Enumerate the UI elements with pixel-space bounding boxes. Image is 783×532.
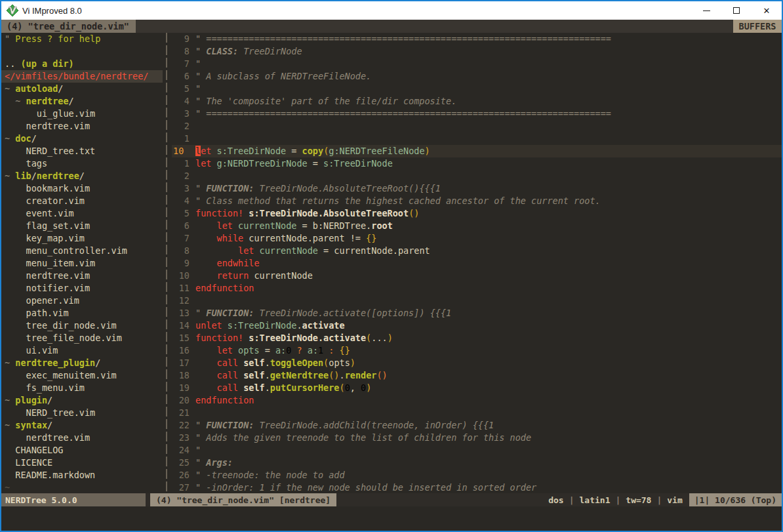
code-line[interactable]: 19 call self.putCursorHere(0, 0)	[172, 382, 782, 394]
tree-row[interactable]: ~ lib/nerdtree/	[1, 170, 163, 182]
code-line[interactable]: 3" =====================================…	[172, 108, 782, 120]
minimize-button[interactable]	[691, 1, 721, 20]
code-line[interactable]: 12	[172, 295, 782, 307]
code-line[interactable]: 16 let opts = a:0 ? a:1 : {}	[172, 344, 782, 357]
tree-row[interactable]: ui_glue.vim	[1, 108, 163, 120]
nerdtree-panel[interactable]: " Press ? for help.. (up a dir)</vimfile…	[1, 33, 163, 493]
token: /	[47, 395, 52, 405]
token: " Adds the given treenode to the list of…	[195, 432, 531, 443]
code-line[interactable]: 7"	[172, 58, 782, 70]
tree-row[interactable]: tree_file_node.vim	[1, 332, 163, 344]
tree-row[interactable]: README.markdown	[1, 469, 163, 481]
token: s:TreeDirNode	[217, 146, 287, 156]
code-line[interactable]: 10let s:TreeDirNode = copy(g:NERDTreeFil…	[172, 145, 782, 157]
tree-row[interactable]: menu_controller.vim	[1, 245, 163, 257]
tree-row[interactable]: nerdtree.vim	[1, 432, 163, 444]
editor-panel[interactable]: 9" =====================================…	[172, 33, 782, 493]
code-line[interactable]: 6" A subclass of NERDTreeFileNode.	[172, 70, 782, 83]
tree-row[interactable]: key_map.vim	[1, 232, 163, 245]
code-line[interactable]: 6 let currentNode = b:NERDTree.root	[172, 220, 782, 232]
tree-row[interactable]: flag_set.vim	[1, 220, 163, 232]
tab-current[interactable]: (4) "tree_dir_node.vim"	[1, 20, 136, 33]
tree-row[interactable]: exec_menuitem.vim	[1, 369, 163, 382]
code-line[interactable]: 23" Adds the given treenode to the list …	[172, 432, 782, 444]
code-line[interactable]: 1let g:NERDTreeDirNode = s:TreeDirNode	[172, 157, 782, 170]
tree-row[interactable]: CHANGELOG	[1, 444, 163, 457]
code-line[interactable]: 24"	[172, 444, 782, 457]
code-line[interactable]: 15function! s:TreeDirNode.activate(...)	[172, 332, 782, 344]
command-line[interactable]	[1, 506, 782, 531]
token	[233, 345, 238, 356]
code-line[interactable]: 27" -inOrder: 1 if the new node should b…	[172, 481, 782, 493]
tree-row[interactable]: opener.vim	[1, 295, 163, 307]
code-line[interactable]: 17 call self.toggleOpen(opts)	[172, 357, 782, 369]
token: = currentNode.parent	[318, 245, 430, 256]
tree-row[interactable]: bookmark.vim	[1, 182, 163, 195]
code-line[interactable]: 2	[172, 170, 782, 182]
tree-row[interactable]: path.vim	[1, 307, 163, 319]
code-line[interactable]: 7 while currentNode.parent != {}	[172, 232, 782, 245]
tree-row[interactable]: tree_dir_node.vim	[1, 319, 163, 332]
tree-row[interactable]: .. (up a dir)	[1, 58, 163, 70]
tree-row[interactable]: tags	[1, 157, 163, 170]
tree-row[interactable]: fs_menu.vim	[1, 382, 163, 394]
line-number: 27	[172, 481, 190, 493]
tree-row[interactable]: event.vim	[1, 207, 163, 220]
tree-row[interactable]	[1, 45, 163, 58]
code-line[interactable]: 9 endwhile	[172, 257, 782, 270]
line-number: 10	[172, 145, 190, 157]
tree-row[interactable]: LICENCE	[1, 457, 163, 469]
token: ()	[376, 370, 387, 380]
tree-row[interactable]: ~ nerdtree/	[1, 95, 163, 108]
code-line[interactable]: 5"	[172, 83, 782, 95]
code-line[interactable]: 1	[172, 133, 782, 145]
titlebar[interactable]: Vi IMproved 8.0 ✕	[1, 1, 782, 20]
tree-row[interactable]: ~ syntax/	[1, 419, 163, 432]
token: " A subclass of NERDTreeFileNode.	[195, 71, 371, 81]
tree-row[interactable]: ~ plugin/	[1, 394, 163, 407]
code-line[interactable]: 3" FUNCTION: TreeDirNode.AbsoluteTreeRoo…	[172, 182, 782, 195]
token: et	[201, 146, 211, 156]
maximize-button[interactable]	[721, 1, 752, 20]
tree-row[interactable]: NERD_tree.txt	[1, 145, 163, 157]
tree-row[interactable]: ~	[1, 481, 163, 493]
tree-row[interactable]: ~ nerdtree_plugin/	[1, 357, 163, 369]
token: ()	[329, 370, 339, 380]
code-line[interactable]: 14unlet s:TreeDirNode.activate	[172, 319, 782, 332]
tree-row[interactable]: creator.vim	[1, 195, 163, 207]
code-line[interactable]: 20endfunction	[172, 394, 782, 407]
token	[195, 382, 217, 393]
code-line[interactable]: 21	[172, 407, 782, 419]
tree-row[interactable]: </vimfiles/bundle/nerdtree/	[1, 70, 163, 83]
code-line[interactable]: 9" =====================================…	[172, 33, 782, 45]
code-line[interactable]: 11endfunction	[172, 282, 782, 295]
code-line[interactable]: 18 call self.getNerdtree().render()	[172, 369, 782, 382]
tabline: (4) "tree_dir_node.vim" BUFFERS	[1, 20, 782, 33]
tree-row[interactable]: " Press ? for help	[1, 33, 163, 45]
code-line[interactable]: 2	[172, 120, 782, 133]
tree-row[interactable]: ~ autoload/	[1, 83, 163, 95]
main-area: " Press ? for help.. (up a dir)</vimfile…	[1, 33, 782, 493]
tree-row[interactable]: nerdtree.vim	[1, 120, 163, 133]
code-line[interactable]: 13" FUNCTION: TreeDirNode.activate([opti…	[172, 307, 782, 319]
code-line[interactable]: 10 return currentNode	[172, 270, 782, 282]
code-line[interactable]: 4" The 'composite' part of the file/dir …	[172, 95, 782, 108]
code-line[interactable]: 8 let currentNode = currentNode.parent	[172, 245, 782, 257]
tree-row[interactable]: ui.vim	[1, 344, 163, 357]
token: copy	[302, 146, 324, 156]
vim-window: Vi IMproved 8.0 ✕ (4) "tree_dir_node.vim…	[0, 0, 783, 532]
code-line[interactable]: 22" FUNCTION: TreeDirNode.addChild(treen…	[172, 419, 782, 432]
code-line[interactable]: 5function! s:TreeDirNode.AbsoluteTreeRoo…	[172, 207, 782, 220]
cursor: l	[195, 146, 201, 156]
close-button[interactable]: ✕	[752, 1, 782, 20]
tree-row[interactable]: NERD_tree.vim	[1, 407, 163, 419]
code-line[interactable]: 26" -treenode: the node to add	[172, 469, 782, 481]
tree-row[interactable]: menu_item.vim	[1, 257, 163, 270]
code-line[interactable]: 8" CLASS: TreeDirNode	[172, 45, 782, 58]
tree-row[interactable]: nerdtree.vim	[1, 270, 163, 282]
tree-row[interactable]: ~ doc/	[1, 133, 163, 145]
code-line[interactable]: 4" Class method that returns the highest…	[172, 195, 782, 207]
tree-row[interactable]: notifier.vim	[1, 282, 163, 295]
window-separator[interactable]	[163, 33, 172, 493]
code-line[interactable]: 25" Args:	[172, 457, 782, 469]
